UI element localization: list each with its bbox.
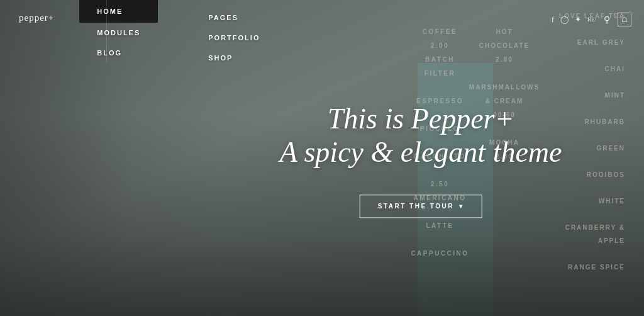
facebook-icon[interactable]: f: [552, 15, 554, 25]
cta-label: START THE TOUR: [378, 203, 454, 210]
instagram-icon[interactable]: ◯: [560, 15, 569, 25]
hero-title-line1: This is Pepper+: [280, 103, 562, 136]
nav-item-blog[interactable]: BLOG: [79, 43, 158, 63]
nav-separator: [106, 0, 107, 63]
nav-item-home[interactable]: HOME: [79, 0, 158, 23]
hero-cta-container: START THE TOUR ▾: [360, 195, 482, 218]
hero-section: COFFEE 2.00 BATCH FILTER ESPRESSO PICCOL…: [0, 0, 644, 316]
twitter-icon[interactable]: ✦: [575, 15, 581, 25]
nav-item-shop[interactable]: SHOP: [196, 48, 272, 68]
re-icon[interactable]: RE/: [587, 16, 596, 23]
nav-right-column: PAGES PORTFOLIO SHOP: [196, 0, 272, 68]
nav-item-portfolio[interactable]: PORTFOLIO: [196, 28, 272, 48]
site-logo[interactable]: pepper+: [0, 0, 73, 36]
search-icon[interactable]: ⚲: [604, 14, 610, 25]
nav-icons-group: f ◯ ✦ RE/ ⚲ ☖: [539, 0, 644, 39]
start-tour-button[interactable]: START THE TOUR ▾: [360, 195, 482, 218]
nav-item-pages[interactable]: PAGES: [196, 0, 272, 28]
hero-title-line2: A spicy & elegant theme: [280, 136, 562, 169]
social-icons: f ◯ ✦ RE/: [552, 15, 596, 25]
cta-arrow-icon: ▾: [459, 203, 464, 210]
navbar: pepper+ HOME MODULES BLOG PAGES PORTFOLI…: [0, 0, 644, 68]
nav-item-modules[interactable]: MODULES: [79, 23, 158, 43]
nav-left-column: HOME MODULES BLOG: [79, 0, 158, 63]
hero-content: This is Pepper+ A spicy & elegant theme …: [280, 103, 562, 218]
cart-icon[interactable]: ☖: [618, 13, 631, 26]
